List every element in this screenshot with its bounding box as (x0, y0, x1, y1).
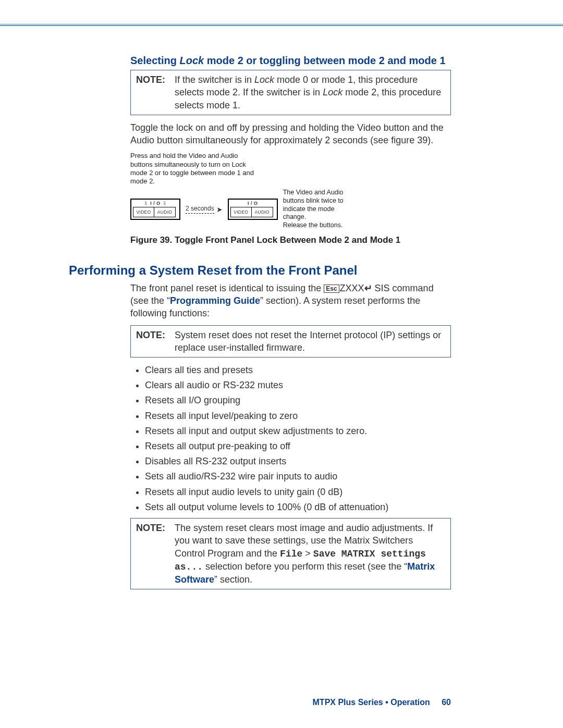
panel-io-label-1: I / O (150, 201, 161, 206)
heading-part-pre: Selecting (130, 55, 179, 66)
list-item: Resets all input and output skew adjustm… (145, 425, 451, 438)
note-box-ip-firmware: NOTE: System reset does not reset the In… (130, 325, 451, 358)
esc-key-icon: Esc (324, 285, 339, 293)
mono-file: File (280, 549, 302, 559)
panel-io-label-2: I / O (248, 201, 258, 206)
note-label: NOTE: (136, 329, 175, 354)
list-item: Resets all input level/peaking to zero (145, 410, 451, 423)
footer-title: MTPX Plus Series • Operation (313, 698, 430, 707)
list-item: Clears all audio or RS-232 mutes (145, 379, 451, 392)
note-box-save-settings: NOTE: The system reset clears most image… (130, 518, 451, 589)
note-label: NOTE: (136, 73, 175, 112)
down-arrow-icon: ⇩ (144, 201, 148, 206)
note-text-a: If the switcher is in (175, 75, 254, 85)
page-body: Selecting Lock mode 2 or toggling betwee… (130, 55, 451, 589)
note3-b: selection before you perform this reset … (203, 561, 407, 572)
reset-functions-list: Clears all ties and presets Clears all a… (145, 364, 451, 514)
link-programming-guide[interactable]: Programming Guide (170, 295, 260, 306)
section-heading-system-reset: Performing a System Reset from the Front… (69, 263, 451, 278)
list-item: Clears all ties and presets (145, 364, 451, 377)
page-top-rule (0, 0, 563, 26)
note3-c: ” section. (214, 574, 252, 585)
figure-caption: Figure 39. Toggle Front Panel Lock Betwe… (130, 235, 451, 245)
note-text-italic1: Lock (254, 75, 274, 85)
list-item: Sets all output volume levels to 100% (0… (145, 501, 451, 514)
list-item: Disables all RS-232 output inserts (145, 455, 451, 468)
down-arrow-icon: ⇩ (163, 201, 167, 206)
section-heading-lock-mode: Selecting Lock mode 2 or toggling betwee… (130, 55, 451, 67)
figure-duration-label: 2 seconds (186, 205, 214, 214)
list-item: Resets all output pre-peaking to off (145, 440, 451, 453)
figure-side-note: The Video and Audio buttons blink twice … (283, 189, 351, 229)
note3-gt: > (302, 548, 313, 559)
list-item: Resets all input audio levels to unity g… (145, 486, 451, 499)
note-body: System reset does not reset the Internet… (175, 329, 445, 354)
panel-left: ⇩ I / O ⇩ VIDEO AUDIO (130, 199, 180, 220)
panel-right: I / O VIDEO AUDIO (228, 199, 278, 220)
note-box-lockmode: NOTE: If the switcher is in Lock mode 0 … (130, 70, 451, 115)
return-arrow-icon: ↵ (364, 283, 372, 293)
figure-intro-text: Press and hold the Video and Audio butto… (130, 152, 261, 186)
para-reset-b: ZXXX (340, 283, 364, 293)
para-toggle-lock: Toggle the lock on and off by pressing a… (130, 121, 451, 147)
page-footer: MTPX Plus Series • Operation 60 (313, 698, 451, 707)
list-item: Resets all I/O grouping (145, 394, 451, 407)
para-reset-intro: The front panel reset is identical to is… (130, 282, 451, 320)
panel-button-audio-2: AUDIO (252, 207, 273, 217)
right-arrow-icon: ➤ (216, 206, 223, 213)
list-item: Sets all audio/RS-232 wire pair inputs t… (145, 470, 451, 483)
para-reset-a: The front panel reset is identical to is… (130, 283, 324, 293)
heading-part-italic: Lock (179, 55, 204, 66)
page-top-rule-inner (0, 0, 563, 24)
note-text-italic2: Lock (323, 87, 342, 97)
note-body: If the switcher is in Lock mode 0 or mod… (175, 73, 445, 112)
panel-button-audio-1: AUDIO (154, 207, 176, 217)
footer-page-number: 60 (442, 698, 451, 707)
figure-diagram: ⇩ I / O ⇩ VIDEO AUDIO 2 seconds ➤ I / O (130, 189, 451, 229)
heading-part-post: mode 2 or toggling between mode 2 and mo… (204, 55, 445, 66)
panel-button-video-2: VIDEO (230, 207, 252, 217)
note-label: NOTE: (136, 522, 175, 586)
note-body: The system reset clears most image and a… (175, 522, 445, 586)
document-page: Selecting Lock mode 2 or toggling betwee… (0, 0, 563, 728)
panel-button-video-1: VIDEO (133, 207, 154, 217)
